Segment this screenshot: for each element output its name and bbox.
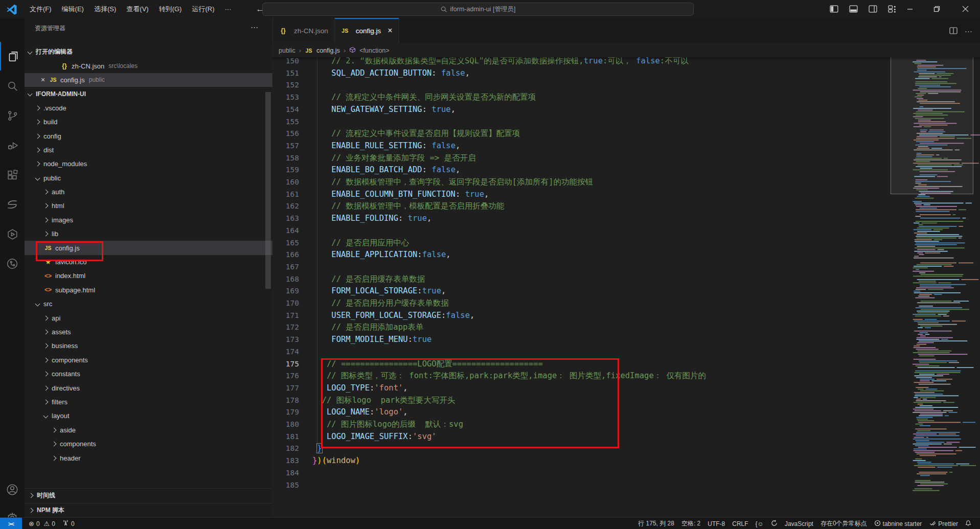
tree-item-config[interactable]: config [25,129,272,143]
code-line-152[interactable]: 152 [272,79,980,91]
split-editor-icon[interactable] [949,27,958,34]
tree-item-header[interactable]: header [25,451,272,465]
code-line-174[interactable]: 174 [272,346,980,358]
status-sync[interactable] [767,518,781,529]
tree-item-components[interactable]: components [25,437,272,451]
tree-item-assets[interactable]: assets [25,325,272,339]
tree-item-filters[interactable]: filters [25,395,272,409]
tree-item-api[interactable]: api [25,311,272,325]
status-JavaScript[interactable]: JavaScript [781,518,817,529]
code-line-163[interactable]: 163 ENABLE_FOLDING: true, [272,213,980,225]
activity-ext-package-icon[interactable] [0,220,25,248]
code-line-166[interactable]: 166 ENABLE_APPLICATION:false, [272,249,980,261]
activity-extensions-icon[interactable] [0,160,25,189]
tree-item-index.html[interactable]: <>index.html [25,269,272,283]
status-CRLF[interactable]: CRLF [728,518,751,529]
code-line-156[interactable]: 156 // 流程定义中事件设置是否启用【规则设置】配置项 [272,128,980,140]
code-line-160[interactable]: 160 // 数据模板管理中，查询字段、返回字段是否启动[添加所有]的功能按钮 [272,176,980,189]
tab-zh-CN.json[interactable]: {}zh-CN.json [273,18,335,43]
tree-item-build[interactable]: build [25,115,272,129]
code-line-161[interactable]: 161 ENABLE_COLUMN_BTN_FUNCTION: true, [272,189,980,201]
minimize-button[interactable] [898,0,921,18]
code-line-169[interactable]: 169 FORM_LOCAL_STORAGE:true, [272,285,980,297]
explorer-scrollbar[interactable] [265,92,271,289]
tab-config.js[interactable]: JSconfig.js× [335,18,399,43]
close-window-button[interactable] [954,0,977,18]
tree-item-html[interactable]: html [25,199,272,213]
tree-item-images[interactable]: images [25,213,272,227]
menu-1[interactable]: 编辑(E) [57,0,89,18]
menu-0[interactable]: 文件(F) [25,0,57,18]
status-bell[interactable] [962,518,975,529]
command-center-search[interactable]: iform-admin-ui [管理员] [262,3,694,16]
activity-ext-s-icon[interactable] [0,190,25,219]
code-line-153[interactable]: 153 // 流程定义中条件网关、同步网关设置是否为新的配置项 [272,91,980,104]
tree-item-subpage.html[interactable]: <>subpage.html [25,283,272,297]
tree-item-node_modules[interactable]: node_modules [25,157,272,171]
status-braces-smiley[interactable]: {☺ [752,518,767,529]
status-tabnine-starter[interactable]: tabnine starter [871,518,926,529]
code-line-154[interactable]: 154 NEW_GATEWAY_SETTING: true, [272,104,980,116]
breadcrumb-item-0[interactable]: public [279,47,295,54]
tree-item-aside[interactable]: aside [25,423,272,437]
status-UTF-8[interactable]: UTF-8 [704,518,728,529]
toggle-sidebar-icon[interactable] [824,0,844,18]
section-时间线[interactable]: 时间线 [25,488,272,503]
tree-item-src[interactable]: src [25,297,272,311]
activity-source-control-icon[interactable] [0,101,25,130]
code-line-170[interactable]: 170 // 是否启用分用户缓存表单数据 [272,297,980,310]
tree-item-constants[interactable]: constants [25,367,272,381]
status-Prettier[interactable]: Prettier [925,518,962,529]
section-NPM 脚本[interactable]: NPM 脚本 [25,503,272,518]
tab-close-icon[interactable]: × [388,26,392,35]
activity-search-icon[interactable] [0,72,25,100]
code-line-164[interactable]: 164 [272,225,980,237]
close-editor-icon[interactable]: × [39,76,47,84]
activity-run-debug-icon[interactable] [0,131,25,159]
code-line-167[interactable]: 167 [272,261,980,273]
menu-4[interactable]: 转到(G) [154,0,187,18]
tree-item-layout[interactable]: layout [25,409,272,423]
status-存在0个异常标点[interactable]: 存在0个异常标点 [817,518,871,529]
code-line-162[interactable]: 162 // 数据模板管理中，模板配置是否启用折叠功能 [272,200,980,213]
code-line-183[interactable]: 183})(window) [272,455,980,467]
code-line-159[interactable]: 159 ENABLE_BO_BATCH_ADD: false, [272,164,980,176]
code-line-184[interactable]: 184 [272,467,980,479]
menu-2[interactable]: 选择(S) [89,0,121,18]
tree-item-dist[interactable]: dist [25,143,272,157]
tree-item-public[interactable]: public [25,171,272,185]
menu-more-button[interactable]: ··· [219,0,236,18]
explorer-more-actions-icon[interactable]: ⋯ [250,23,259,32]
tower-status[interactable]: 0 [59,518,78,529]
code-line-168[interactable]: 168 // 是否启用缓存表单数据 [272,273,980,286]
menu-3[interactable]: 查看(V) [121,0,153,18]
code-line-155[interactable]: 155 [272,116,980,128]
open-editor-item-zh-CN.json[interactable]: {}zh-CN.jsonsrc\locales [25,59,272,73]
toggle-panel-icon[interactable] [844,0,863,18]
problems-status[interactable]: ⊗ 0 ⚠ 0 [25,518,59,529]
code-line-172[interactable]: 172 // 是否启用添加app表单 [272,321,980,334]
tree-item-directives[interactable]: directives [25,381,272,395]
toggle-secondary-sidebar-icon[interactable] [863,0,882,18]
activity-account-icon[interactable] [0,475,25,504]
open-editor-item-config.js[interactable]: ×JSconfig.jspublic [25,73,272,87]
tree-item-components[interactable]: components [25,353,272,367]
code-line-158[interactable]: 158 // 业务对象批量添加字段 => 是否开启 [272,152,980,165]
code-line-151[interactable]: 151 SQL_ADD_ACTION_BUTTON: false, [272,67,980,80]
restore-button[interactable] [925,0,948,18]
code-line-157[interactable]: 157 ENABLE_RULE_SETTING: false, [272,140,980,152]
editor-more-actions-icon[interactable]: ··· [965,27,972,35]
minimap-slider[interactable] [891,45,973,194]
breadcrumb-item-2[interactable]: <function> [359,47,389,54]
remote-indicator[interactable]: >< [0,518,22,529]
tree-item-lib[interactable]: lib [25,227,272,241]
tree-item-auth[interactable]: auth [25,185,272,199]
code-line-165[interactable]: 165 // 是否启用应用中心 [272,237,980,249]
code-line-171[interactable]: 171 USER_FORM_LOCAL_STORAGE:false, [272,310,980,322]
breadcrumb-item-1[interactable]: config.js [316,47,340,54]
tree-item-business[interactable]: business [25,339,272,353]
activity-explorer-icon[interactable] [0,42,26,71]
status-空格-2[interactable]: 空格: 2 [678,518,704,529]
tree-root-iform-admin-ui[interactable]: IFORM-ADMIN-UI [25,87,272,101]
breadcrumb[interactable]: public›JSconfig.js›<function> [272,43,980,57]
